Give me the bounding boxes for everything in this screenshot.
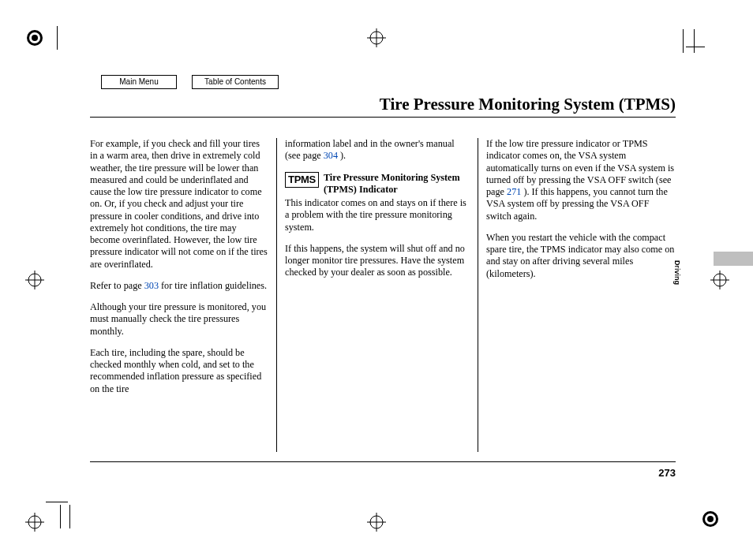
page-title: Tire Pressure Monitoring System (TPMS) [380, 95, 676, 114]
main-menu-button[interactable]: Main Menu [101, 75, 177, 89]
registration-mark-icon [25, 28, 44, 47]
body-text: This indicator comes on and stays on if … [285, 197, 470, 233]
registration-mark-icon [25, 271, 44, 289]
tpms-badge-icon: TPMS [285, 172, 319, 188]
body-text: Each tire, including the spare, should b… [90, 347, 268, 395]
column-2: information label and in the owner's man… [276, 138, 478, 452]
title-rule [90, 117, 676, 118]
body-text: Refer to page 303 for tire inflation gui… [90, 280, 268, 292]
page-number: 273 [658, 467, 676, 479]
column-1: For example, if you check and fill your … [90, 138, 276, 452]
body-columns: For example, if you check and fill your … [90, 138, 676, 452]
table-of-contents-button[interactable]: Table of Contents [192, 75, 279, 89]
body-text: For example, if you check and fill your … [90, 138, 268, 271]
section-tab-bar [714, 252, 753, 266]
bottom-rule [90, 461, 676, 462]
page-link-304[interactable]: 304 [324, 150, 338, 161]
svg-point-20 [707, 516, 714, 522]
page-link-271[interactable]: 271 [507, 186, 521, 197]
registration-mark-icon [710, 271, 729, 289]
tpms-indicator-heading: Tire Pressure Monitoring System (TPMS) I… [324, 172, 470, 196]
body-text: Although your tire pressure is monitored… [90, 301, 268, 338]
registration-mark-icon [701, 510, 720, 528]
svg-point-2 [32, 35, 38, 41]
page-link-303[interactable]: 303 [144, 280, 159, 291]
body-text: information label and in the owner's man… [285, 138, 470, 162]
registration-mark-icon [25, 513, 44, 532]
body-text: If the low tire pressure indicator or TP… [486, 138, 676, 222]
registration-mark-icon [367, 513, 386, 532]
registration-mark-icon [367, 28, 386, 47]
body-text: If this happens, the system will shut of… [285, 243, 470, 279]
column-3: If the low tire pressure indicator or TP… [478, 138, 676, 452]
body-text: When you restart the vehicle with the co… [486, 232, 676, 280]
